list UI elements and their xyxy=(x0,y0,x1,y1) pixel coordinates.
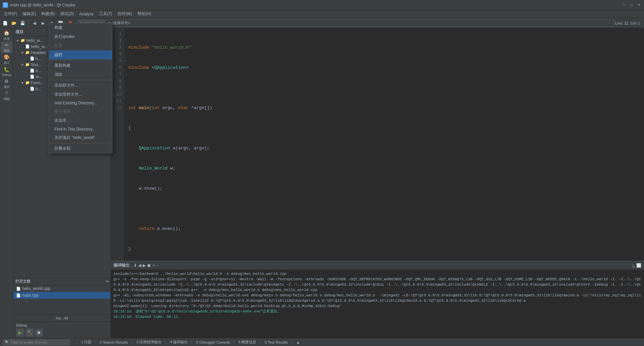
open-files-header: 打开文档 ✕ xyxy=(13,278,110,285)
status-sep7 xyxy=(260,340,261,345)
menu-edit[interactable]: 编辑(E) xyxy=(20,10,39,17)
tree-label-ui: h... xyxy=(36,87,41,91)
status-general-text: 6 概要信息 xyxy=(238,340,256,345)
ctx-existing-file[interactable]: 添加现有文件... xyxy=(49,90,112,99)
build-button[interactable]: 🔨 xyxy=(26,329,34,337)
code-editor[interactable]: 1 2 3 4 5 6 7 8 9 10 11 12 #include "hel… xyxy=(111,28,644,261)
sidebar-item-welcome[interactable]: 🏠 欢迎 xyxy=(1,30,12,41)
open-files-close[interactable]: ✕ xyxy=(106,280,108,283)
line-col-indicator: Line: 12, Col: 1 xyxy=(615,21,643,25)
output-line-3: g++ -Wl,-subsystem,windows -mthreads -o … xyxy=(113,293,641,303)
tree-label-maincpp: m... xyxy=(36,75,42,79)
menu-analyze[interactable]: Analyze xyxy=(77,11,96,17)
open-file-hello-world-cpp[interactable]: 📄 hello_world.cpp xyxy=(13,285,110,292)
close-button[interactable]: ✕ xyxy=(637,3,641,7)
stop-button[interactable]: ⏹ xyxy=(35,329,43,337)
ctx-new-file[interactable]: 添加新文件... xyxy=(49,81,112,90)
output-btn-to-bottom[interactable]: ⬇ xyxy=(134,263,137,268)
status-test-text: 8 Test Results xyxy=(265,340,288,344)
toolbar-open[interactable]: 📂 xyxy=(10,19,17,27)
status-issues[interactable]: 1 问题 xyxy=(81,340,91,345)
ctx-existing-dir[interactable]: Add Existing Directory... xyxy=(49,99,112,107)
menu-build[interactable]: 构建(B) xyxy=(39,10,57,17)
context-menu: 构建 执行qmake 部署 运行 重新构建 清除 添加新文件... 添加现有文件… xyxy=(49,23,112,153)
status-app-output[interactable]: 3 应用程序输出 xyxy=(136,340,162,345)
ctx-close-project[interactable]: 关闭项目 "hello_world" xyxy=(49,133,112,142)
project-icon: ⚙ xyxy=(4,78,10,84)
output-btn-prev[interactable]: ◀ xyxy=(138,263,141,268)
status-arrow[interactable]: ▲ xyxy=(296,340,300,344)
fold-indicator: ▸ xyxy=(124,58,127,64)
minimize-button[interactable]: ─ xyxy=(622,3,627,7)
toolbar-forward[interactable]: ▶ xyxy=(39,19,47,27)
output-area: 编译输出 ⬇ ◀ ▶ ⏹ + − △ ⬜ include/c++/backwar… xyxy=(111,261,644,338)
output-content: include/c++/backward ..\hello_world\hell… xyxy=(111,270,644,338)
tree-label-h: h... xyxy=(36,56,41,61)
menu-tools[interactable]: 工具(T) xyxy=(96,10,115,17)
ctx-add-lib[interactable]: 添加库... xyxy=(49,116,112,125)
code-content[interactable]: #include "hello_world.h" #include <QAppl… xyxy=(124,28,644,261)
ctx-collapse-all[interactable]: 折叠全部 xyxy=(49,144,112,153)
toolbar-new[interactable]: 📄 xyxy=(1,19,9,27)
cpp-file-icon2: 📄 xyxy=(30,75,35,79)
menu-file[interactable]: 文件(F) xyxy=(1,10,20,17)
status-sep3 xyxy=(132,340,132,345)
folder-icon-forms: 📁 xyxy=(25,81,30,85)
open-files-list: 📄 hello_world.cpp 📄 main.cpp xyxy=(13,285,110,314)
code-line-10: return a.exec(); xyxy=(128,226,640,232)
output-btn-stop[interactable]: ⏹ xyxy=(147,263,151,268)
status-debugger-console[interactable]: 5 Debugger Console xyxy=(196,340,230,344)
sidebar-item-project[interactable]: ⚙ 项目 xyxy=(1,78,12,89)
bug-icon: 🐛 xyxy=(4,66,10,72)
tree-arrow-forms: ▼ xyxy=(21,81,24,85)
code-line-6: QApplication a(argc, argv); xyxy=(128,145,640,152)
sidebar-item-help[interactable]: ? 帮助 xyxy=(1,90,12,101)
status-compile[interactable]: 4 编译输出 xyxy=(170,340,188,345)
status-sep4 xyxy=(166,340,166,345)
folder-icon-sources: 📁 xyxy=(25,62,30,67)
output-btn-maximize[interactable]: ⬜ xyxy=(636,263,641,268)
ctx-build[interactable]: 构建 xyxy=(49,23,112,32)
help-icon: ? xyxy=(4,90,10,96)
toolbar-back[interactable]: ◀ xyxy=(31,19,38,27)
status-sep6 xyxy=(234,340,234,345)
open-file-icon2: 📄 xyxy=(16,293,21,298)
output-title: 编译输出 xyxy=(113,262,130,268)
menu-help[interactable]: 帮助(H) xyxy=(135,10,154,17)
output-btn-collapse[interactable]: △ xyxy=(632,263,635,268)
tree-arrow-sources: ▼ xyxy=(21,63,24,66)
home-icon: 🏠 xyxy=(4,30,10,36)
menu-controls[interactable]: 控件(W) xyxy=(115,10,135,17)
window-controls: ─ □ ✕ xyxy=(622,3,641,7)
open-file-main-cpp[interactable]: 📄 main.cpp xyxy=(13,292,110,299)
maximize-button[interactable]: □ xyxy=(629,3,634,7)
symbol-selector[interactable]: # <选择符号> xyxy=(106,19,614,27)
sidebar-item-debug[interactable]: 🐛 Debug xyxy=(1,66,12,77)
toolbar-save[interactable]: 💾 xyxy=(19,19,26,27)
status-compile-text: 4 编译输出 xyxy=(170,340,188,345)
hello-world-label: hel...rld xyxy=(54,316,69,320)
ctx-run-qmake[interactable]: 执行qmake xyxy=(49,32,112,41)
tree-label-pro: hello_w... xyxy=(31,44,48,49)
ctx-clean[interactable]: 清除 xyxy=(49,70,112,79)
status-search-results[interactable]: 2 Search Results xyxy=(100,340,128,344)
open-files-panel: 打开文档 ✕ 📄 hello_world.cpp 📄 main.cpp hel.… xyxy=(13,278,110,338)
code-line-4: int main(int argc, char *argv[]) xyxy=(128,105,640,111)
status-sep8 xyxy=(292,340,292,345)
open-file-label1: hello_world.cpp xyxy=(22,286,50,291)
run-button[interactable]: ▶ xyxy=(16,329,24,337)
ctx-run[interactable]: 运行 xyxy=(49,50,112,59)
sidebar-item-edit[interactable]: ✏ 编辑 xyxy=(1,42,12,53)
sidebar-item-design[interactable]: 🎨 设计 xyxy=(1,54,12,65)
output-btn-add[interactable]: + xyxy=(152,263,155,268)
output-line-4: mingw32-make[1]: Leaving directory 'D:/Q… xyxy=(113,303,641,309)
ctx-find-in-dir[interactable]: Find in This Directory... xyxy=(49,125,112,133)
status-test-results[interactable]: 8 Test Results xyxy=(265,340,288,344)
output-btn-minus[interactable]: − xyxy=(156,263,158,268)
debug-button-area: Debug ▶ 🔨 ⏹ xyxy=(13,322,110,338)
ctx-rebuild[interactable]: 重新构建 xyxy=(49,61,112,70)
search-box[interactable]: 🔍 Type to locate (Ctrl+K) xyxy=(3,339,70,345)
status-general[interactable]: 6 概要信息 xyxy=(238,340,256,345)
menu-debug[interactable]: 调试(D) xyxy=(57,10,77,17)
output-btn-next[interactable]: ▶ xyxy=(143,263,146,268)
